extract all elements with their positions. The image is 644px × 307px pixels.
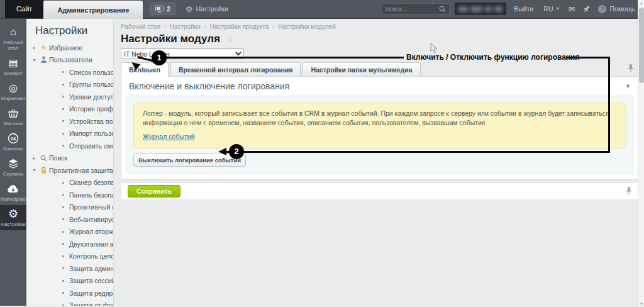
- favorite-star-icon[interactable]: ☆: [226, 33, 234, 45]
- topbar: Сайт Администрирование 2 ⚙ Настройки Вый…: [0, 0, 644, 19]
- target-icon: ◎: [9, 82, 18, 94]
- page-scrollbar[interactable]: ▴ ▾: [638, 0, 644, 307]
- sidebar-item-user-devices[interactable]: Устройства пользователей: [26, 115, 113, 128]
- envelope-icon[interactable]: ✉: [569, 4, 575, 14]
- caret-down-icon: ▾: [30, 167, 38, 173]
- module-tabs: Вкл/выкл Временной интервал логирования …: [121, 62, 639, 76]
- rail-item-shop[interactable]: Магазин: [0, 104, 26, 130]
- caret-down-icon: ▾: [30, 57, 38, 63]
- scrollbar-thumb[interactable]: [639, 8, 644, 83]
- sidebar-item-web-antivirus[interactable]: Веб-антивирус: [26, 213, 113, 226]
- breadcrumb-sep-icon: ›: [204, 23, 206, 30]
- disable-logging-button[interactable]: Выключить логирование событий: [133, 154, 246, 167]
- user-icon: [40, 56, 47, 64]
- sidebar-item-profile-history[interactable]: История профилей: [26, 103, 113, 116]
- notifications-button[interactable]: 2: [150, 3, 175, 15]
- gear-icon: ⚙: [8, 208, 18, 220]
- rail-item-desktop[interactable]: ⌂ Рабочий стол: [0, 23, 26, 54]
- annotation-line-top-left: [165, 57, 404, 59]
- sidebar-item-session-protection[interactable]: Защита сессий: [26, 275, 113, 287]
- breadcrumb-module-settings[interactable]: Настройки модулей: [278, 23, 336, 30]
- pin-icon[interactable]: [626, 187, 632, 196]
- lock-icon: [40, 167, 47, 174]
- mouse-cursor-icon: [430, 43, 438, 53]
- admin-screen: Сайт Администрирование 2 ⚙ Настройки Вый…: [0, 0, 644, 307]
- section-title: Включение и выключение логирования: [129, 81, 289, 91]
- annotation-line-vertical: [608, 57, 610, 153]
- sidebar-item-integrity-control[interactable]: Контроль целостности: [26, 250, 113, 263]
- breadcrumb-product-settings[interactable]: Настройки продукта: [210, 23, 269, 30]
- sidebar-title: Настройки: [26, 19, 113, 42]
- svg-text:24: 24: [11, 137, 16, 141]
- breadcrumb-settings[interactable]: Настройки: [170, 23, 201, 30]
- pin-icon[interactable]: [582, 5, 591, 13]
- sidebar-item-user-groups[interactable]: Группы пользователей: [26, 79, 113, 91]
- rail-item-marketplace[interactable]: Marketplace: [0, 180, 26, 205]
- tab-site[interactable]: Сайт: [5, 0, 43, 18]
- sidebar-item-two-step-auth[interactable]: Двухэтапная авторизация: [26, 238, 113, 250]
- settings-panel: Включение и выключение логирования ▼ Лог…: [121, 76, 639, 180]
- breadcrumb-desktop[interactable]: Рабочий стол: [121, 23, 160, 30]
- annotation-line-bottom: [226, 151, 610, 153]
- save-bar: Сохранить: [121, 182, 639, 200]
- sidebar-item-sms-passwords[interactable]: Отправить смс с паролями: [26, 140, 113, 152]
- tab-administration[interactable]: Администрирование: [43, 1, 143, 19]
- rail-item-content[interactable]: ▤ Контент: [0, 54, 26, 79]
- tab-multimedia-folder[interactable]: Настройки папки мультимедиа: [303, 62, 420, 76]
- annotation-arrowhead-button: [218, 148, 226, 155]
- language-selector[interactable]: RU: [543, 5, 559, 13]
- gear-icon: ⚙: [186, 5, 193, 13]
- sidebar-item-intrusion-log[interactable]: Журнал вторжений: [26, 226, 113, 238]
- notifications-count: 2: [167, 6, 170, 13]
- save-button[interactable]: Сохранить: [128, 185, 180, 198]
- sidebar-item-access-levels[interactable]: Уровни доступа: [26, 91, 113, 103]
- sidebar-item-proactive-filter[interactable]: Проактивный фильтр: [26, 201, 113, 214]
- settings-quick-link[interactable]: ⚙ Настройки: [186, 5, 228, 13]
- sidebar-item-users[interactable]: ▾ Пользователи: [26, 54, 113, 67]
- info-text: Логгер - модуль, который записывает все …: [143, 109, 609, 126]
- caret-right-icon: ▸: [30, 155, 38, 161]
- sidebar-item-search[interactable]: ▸ Поиск: [26, 152, 113, 165]
- sidebar-item-favorites[interactable]: ★ Избранное: [26, 42, 113, 54]
- rail-item-settings[interactable]: ⚙ Настройки: [0, 205, 26, 230]
- sidebar-item-user-list[interactable]: Список пользователей: [26, 66, 113, 79]
- star-icon: ★: [38, 43, 49, 52]
- search-input[interactable]: [386, 6, 439, 13]
- bullet-icon: [33, 47, 35, 49]
- chevron-down-icon: [556, 8, 560, 10]
- tab-logging-interval[interactable]: Временной интервал логирования: [170, 62, 301, 76]
- collapse-chevron-icon[interactable]: ▼: [625, 83, 631, 89]
- page-body: ⌂ Рабочий стол ▤ Контент ◎ Маркетинг Маг…: [0, 19, 644, 306]
- annotation-step-2: 2: [229, 144, 244, 159]
- search-icon[interactable]: [439, 6, 446, 13]
- logging-panel: Логгер - модуль, который записывает все …: [126, 96, 633, 174]
- help-button[interactable]: ? Помощь: [598, 5, 635, 13]
- sidebar-item-admin-section-protection[interactable]: Защита административного ра: [26, 262, 113, 275]
- scroll-up-icon[interactable]: ▴: [638, 1, 644, 6]
- layers-icon: [8, 159, 19, 169]
- page-title: Настройки модуля: [121, 33, 220, 45]
- event-log-link[interactable]: Журнал событий: [143, 132, 195, 142]
- search-icon: [40, 155, 47, 162]
- logout-link[interactable]: Выйти: [514, 5, 533, 13]
- rail-item-services[interactable]: Сервисы: [0, 155, 26, 180]
- breadcrumb-sep-icon: ›: [272, 23, 274, 30]
- rail-item-clients[interactable]: 24 Клиенты: [0, 130, 26, 155]
- house-icon: ⌂: [10, 26, 16, 38]
- cloud-download-icon: [7, 184, 19, 194]
- main-content: Рабочий стол › Настройки › Настройки про…: [114, 19, 644, 306]
- rail-item-marketing[interactable]: ◎ Маркетинг: [0, 79, 26, 104]
- basket-icon: [8, 108, 19, 118]
- scroll-down-icon[interactable]: ▾: [638, 301, 644, 306]
- sidebar-item-proactive-protection[interactable]: ▾ Проактивная защита: [26, 164, 113, 177]
- breadcrumb-sep-icon: ›: [164, 23, 166, 30]
- annotation-label: Включить / Отключить функцию логирования: [406, 53, 580, 62]
- user-name-redacted[interactable]: [455, 3, 506, 15]
- sidebar-item-redirect-protection[interactable]: Защита редиректов: [26, 287, 113, 299]
- sidebar-item-security-scanner[interactable]: Сканер безопасности: [26, 177, 113, 189]
- sidebar-item-user-import[interactable]: Импорт пользователей: [26, 128, 113, 140]
- module-rail: ⌂ Рабочий стол ▤ Контент ◎ Маркетинг Маг…: [0, 19, 26, 306]
- monitor-icon: [155, 6, 164, 13]
- sidebar-item-security-panel[interactable]: Панель безопасности: [26, 189, 113, 201]
- sidebar-item-frame-protection[interactable]: Защита от фреймов: [26, 299, 113, 306]
